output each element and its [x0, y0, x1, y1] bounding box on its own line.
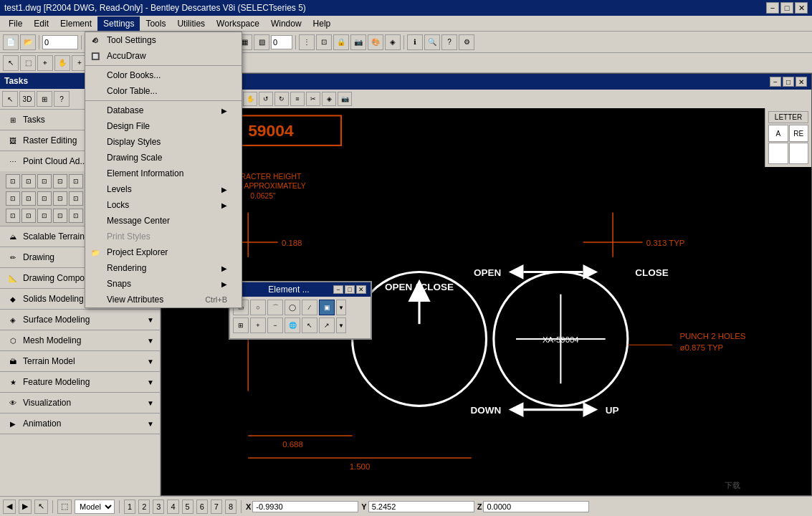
- page-5[interactable]: 5: [182, 500, 194, 514]
- el-btn-arc[interactable]: ⌒: [267, 300, 283, 315]
- dd-item-snaps[interactable]: Snaps▶: [85, 276, 242, 292]
- task-group-surface-header[interactable]: ◈ Surface Modeling ▼: [0, 310, 160, 330]
- dd-item-color-books[interactable]: Color Books...: [85, 67, 242, 83]
- toolbar-open[interactable]: 📂: [20, 34, 36, 50]
- el-btn-minus[interactable]: −: [267, 317, 283, 333]
- dd-item-project-explorer[interactable]: 📁 Project Explorer: [85, 244, 242, 260]
- el-btn-circle[interactable]: ○: [250, 300, 266, 315]
- status-layout-icon[interactable]: ⬚: [57, 500, 72, 514]
- toolbar-locks2[interactable]: 🔒: [333, 34, 349, 50]
- dd-item-display-styles[interactable]: Display Styles: [85, 134, 242, 150]
- toolbar-grid[interactable]: ⋮: [299, 34, 315, 50]
- element-dialog-controls[interactable]: − □ ✕: [333, 285, 366, 294]
- el-btn-cursor2[interactable]: ↗: [319, 317, 335, 333]
- close-button[interactable]: ✕: [795, 2, 808, 14]
- view-pan-btn[interactable]: ✋: [243, 92, 257, 106]
- page-8[interactable]: 8: [225, 500, 237, 514]
- dd-item-design-file[interactable]: Design File: [85, 118, 242, 134]
- element-dialog-close[interactable]: ✕: [356, 285, 366, 294]
- toolbar-render[interactable]: 🎨: [368, 34, 383, 50]
- y-value[interactable]: [368, 501, 474, 512]
- tasks-help-btn[interactable]: ?: [54, 91, 70, 107]
- fill-input[interactable]: [271, 35, 292, 49]
- active-level-input[interactable]: [42, 35, 78, 49]
- view-title-controls[interactable]: − □ ✕: [770, 77, 807, 87]
- el-btn-plus[interactable]: +: [250, 317, 266, 333]
- task-group-terrain-model-header[interactable]: 🏔 Terrain Model ▼: [0, 351, 160, 371]
- menu-workspace[interactable]: Workspace: [211, 16, 265, 31]
- toolbar-info[interactable]: ℹ: [407, 34, 423, 50]
- dd-item-view-attributes[interactable]: View AttributesCtrl+B: [85, 292, 242, 307]
- dd-item-tool-settings[interactable]: ⚙ Tool Settings: [85, 32, 242, 48]
- element-dialog-minimize[interactable]: −: [333, 285, 343, 294]
- page-3[interactable]: 3: [153, 500, 164, 514]
- x-value[interactable]: [252, 501, 358, 512]
- menu-help[interactable]: Help: [307, 16, 337, 31]
- menu-edit[interactable]: Edit: [28, 16, 54, 31]
- element-dialog-maximize[interactable]: □: [345, 285, 355, 294]
- dd-item-accudraw[interactable]: 🔲 AccuDraw: [85, 48, 242, 64]
- toolbar-fill2[interactable]: ▧: [254, 34, 269, 50]
- maximize-button[interactable]: □: [780, 2, 793, 14]
- dd-item-drawing-scale[interactable]: Drawing Scale: [85, 150, 242, 166]
- task-group-mesh-header[interactable]: ⬡ Mesh Modeling ▼: [0, 330, 160, 350]
- view-clip-btn[interactable]: ✂: [306, 92, 320, 106]
- el-btn-line[interactable]: ∕: [302, 300, 317, 315]
- toolbar-settings2[interactable]: ⚙: [459, 34, 474, 50]
- toolbar-camera[interactable]: 📷: [350, 34, 366, 50]
- z-value[interactable]: [483, 501, 589, 512]
- dd-item-locks[interactable]: Locks▶: [85, 197, 242, 213]
- view-rotate-btn[interactable]: ↺: [259, 92, 273, 106]
- toolbar-help[interactable]: ?: [441, 34, 457, 50]
- page-6[interactable]: 6: [196, 500, 208, 514]
- menu-settings[interactable]: Settings: [97, 16, 140, 31]
- titlebar-controls[interactable]: − □ ✕: [766, 2, 808, 14]
- status-pointer[interactable]: ↖: [34, 500, 48, 514]
- page-1[interactable]: 1: [124, 500, 135, 514]
- page-4[interactable]: 4: [167, 500, 178, 514]
- tb2-fence[interactable]: ⬚: [20, 55, 36, 71]
- menu-window[interactable]: Window: [265, 16, 307, 31]
- el-btn-globe[interactable]: 🌐: [285, 317, 300, 333]
- model-select[interactable]: Model: [75, 500, 115, 514]
- el-expand-arrow2[interactable]: ▼: [336, 317, 346, 333]
- page-2[interactable]: 2: [138, 500, 150, 514]
- menu-file[interactable]: File: [3, 16, 28, 31]
- tb2-zoom[interactable]: ⌖: [37, 55, 53, 71]
- view-camera-btn[interactable]: 📷: [338, 92, 352, 106]
- menu-utilities[interactable]: Utilities: [171, 16, 211, 31]
- dd-item-print-styles[interactable]: Print Styles: [85, 229, 242, 244]
- minimize-button[interactable]: −: [766, 2, 779, 14]
- task-group-animation-header[interactable]: ▶ Animation ▼: [0, 414, 160, 434]
- task-group-visualization-header[interactable]: 👁 Visualization ▼: [0, 393, 160, 413]
- page-7[interactable]: 7: [211, 500, 222, 514]
- el-btn-ellipse[interactable]: ◯: [285, 300, 300, 315]
- view-update-btn[interactable]: ↻: [274, 92, 289, 106]
- view-minimize[interactable]: −: [770, 77, 781, 87]
- toolbar-snap[interactable]: ⊡: [316, 34, 332, 50]
- tasks-icon-btn[interactable]: ⊞: [37, 91, 52, 107]
- dd-item-levels[interactable]: Levels▶: [85, 181, 242, 197]
- dd-item-message-center[interactable]: Message Center: [85, 213, 242, 229]
- menu-element[interactable]: Element: [54, 16, 97, 31]
- toolbar-search[interactable]: 🔍: [424, 34, 440, 50]
- status-nav-fwd[interactable]: ▶: [19, 500, 32, 514]
- status-nav-back[interactable]: ◀: [3, 500, 16, 514]
- view-level-btn[interactable]: ≡: [290, 92, 305, 106]
- dd-item-color-table[interactable]: Color Table...: [85, 83, 242, 99]
- dd-item-database[interactable]: Database▶: [85, 102, 242, 118]
- dd-item-rendering[interactable]: Rendering▶: [85, 260, 242, 276]
- tb2-select[interactable]: ↖: [3, 55, 19, 71]
- el-btn-cursor[interactable]: ↖: [302, 317, 317, 333]
- el-btn-smartline[interactable]: ⊞: [233, 317, 249, 333]
- view-close[interactable]: ✕: [796, 77, 807, 87]
- view-maximize[interactable]: □: [783, 77, 794, 87]
- el-btn-fill[interactable]: ▣: [319, 300, 335, 315]
- tasks-select-btn[interactable]: ↖: [2, 91, 18, 107]
- dd-item-element-info[interactable]: Element Information: [85, 166, 242, 181]
- task-group-feature-header[interactable]: ★ Feature Modeling ▼: [0, 372, 160, 392]
- el-expand-arrow[interactable]: ▼: [336, 300, 346, 315]
- toolbar-new[interactable]: 📄: [3, 34, 19, 50]
- tb2-pan[interactable]: ✋: [54, 55, 70, 71]
- tasks-3d-btn[interactable]: 3D: [19, 91, 35, 107]
